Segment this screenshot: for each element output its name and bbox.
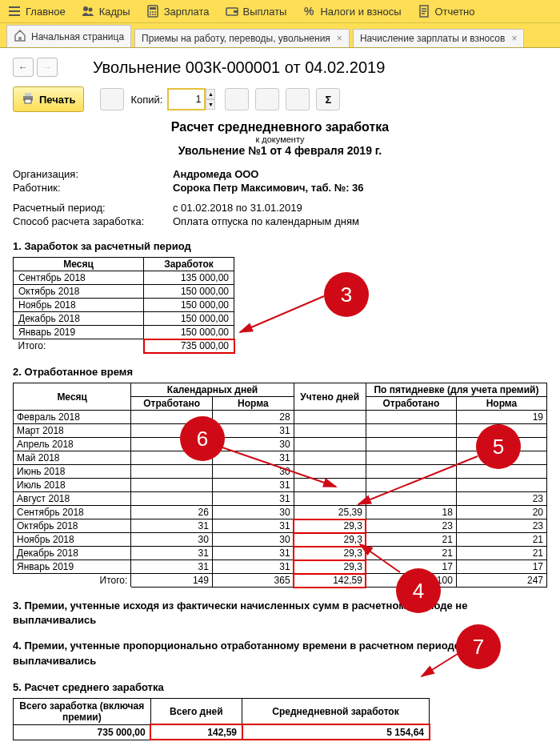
- table-row: Декабрь 2018150 000,00: [14, 312, 234, 326]
- nav-back-button[interactable]: ←: [13, 58, 34, 77]
- cell-5-norma: 21: [456, 533, 546, 547]
- cell-cal-norma: 31: [212, 547, 294, 560]
- arrow-right-icon: →: [42, 62, 52, 73]
- cell-total: 365: [212, 574, 294, 588]
- svg-rect-11: [234, 10, 238, 13]
- percent-icon: %: [302, 5, 315, 18]
- average-calc-table: Всего заработка (включая премии) Всего д…: [13, 698, 430, 740]
- cell-cal-norma: 28: [212, 411, 294, 424]
- svg-point-9: [154, 14, 156, 15]
- menu-main[interactable]: Главное: [0, 0, 74, 22]
- nav-row: ← → Увольнение 003К-000001 от 04.02.2019: [13, 58, 547, 77]
- preview-button[interactable]: [100, 88, 124, 110]
- tab-nachislenie[interactable]: Начисление зарплаты и взносов ×: [353, 29, 525, 47]
- table-row: Октябрь 2018150 000,00: [14, 285, 234, 299]
- copies-input[interactable]: [167, 88, 206, 110]
- table-row: Январь 2019150 000,00: [14, 326, 234, 339]
- menu-kadry[interactable]: Кадры: [74, 0, 138, 22]
- cell-total: 247: [456, 574, 546, 588]
- cell-month: Октябрь 2018: [14, 519, 131, 533]
- calc-icon: [146, 5, 159, 18]
- print-button[interactable]: Печать: [13, 86, 84, 112]
- cell-5-otrab: [366, 451, 456, 465]
- cell-cal-otrab: 30: [131, 533, 213, 547]
- svg-text:%: %: [304, 5, 314, 18]
- cell-total-label: Итого:: [14, 574, 131, 588]
- cell-5-otrab: [366, 465, 456, 479]
- wallet-icon: [226, 5, 238, 18]
- tab-close-icon[interactable]: ×: [511, 33, 517, 44]
- spinner-down[interactable]: ▼: [206, 99, 215, 110]
- section-3-text: 3. Премии, учтенные исходя из фактически…: [13, 599, 547, 628]
- cell-cal-norma: 31: [212, 451, 294, 465]
- nav-forward-button[interactable]: →: [37, 58, 58, 77]
- print-button-label: Печать: [39, 94, 75, 106]
- content-area: ← → Увольнение 003К-000001 от 04.02.2019…: [0, 48, 560, 746]
- menu-zarplata-label: Зарплата: [164, 6, 210, 18]
- cell-value: 135 000,00: [144, 271, 234, 285]
- menu-otchetno[interactable]: Отчетно: [410, 0, 483, 22]
- cell-month: Декабрь 2018: [14, 547, 131, 560]
- home-icon: [14, 29, 26, 44]
- cell-value: 150 000,00: [144, 326, 234, 339]
- tab-home[interactable]: Начальная страница: [6, 25, 131, 47]
- svg-rect-15: [25, 93, 31, 96]
- printer-icon: [22, 92, 34, 107]
- menu-nalogi[interactable]: % Налоги и взносы: [294, 0, 409, 22]
- meta-emp-label: Работник:: [13, 182, 173, 194]
- cell-value: 150 000,00: [144, 312, 234, 326]
- t2-th-uch: Учтено дней: [294, 383, 366, 411]
- meta-method-value: Оплата отпуска по календарным дням: [173, 215, 547, 227]
- callout-7: 7: [456, 624, 501, 669]
- cell-5-otrab: [366, 411, 456, 424]
- cell-cal-otrab: 26: [131, 506, 213, 519]
- cell-cal-norma: 31: [212, 479, 294, 492]
- earnings-table: МесяцЗаработок Сентябрь 2018135 000,00Ок…: [13, 257, 234, 353]
- cell-uchteno: 29,3: [294, 547, 366, 560]
- cell-month: Декабрь 2018: [14, 312, 144, 326]
- section-1-header: 1. Заработок за расчетный период: [13, 240, 547, 252]
- t3-v3: 5 154,64: [242, 724, 430, 740]
- tab-home-label: Начальная страница: [31, 31, 124, 42]
- menu-zarplata[interactable]: Зарплата: [138, 0, 218, 22]
- people-icon: [82, 5, 94, 18]
- cell-month: Март 2018: [14, 424, 131, 438]
- tab-priemy[interactable]: Приемы на работу, переводы, увольнения ×: [134, 29, 350, 47]
- svg-point-7: [150, 14, 151, 15]
- tab-bar: Начальная страница Приемы на работу, пер…: [0, 23, 560, 48]
- cell-uchteno: [294, 492, 366, 506]
- callout-4: 4: [396, 568, 441, 613]
- cell-5-otrab: 21: [366, 533, 456, 547]
- edit-button[interactable]: [225, 88, 249, 110]
- report-icon: [418, 5, 430, 18]
- mail-button[interactable]: [286, 88, 310, 110]
- callout-5: 5: [476, 424, 521, 469]
- cell-cal-norma: 31: [212, 519, 294, 533]
- sum-button[interactable]: Σ: [316, 88, 340, 110]
- svg-point-1: [88, 8, 92, 12]
- cell-month: Февраль 2018: [14, 411, 131, 424]
- section-5-header: 5. Расчет среднего заработка: [13, 681, 547, 693]
- cell-month: Октябрь 2018: [14, 285, 144, 299]
- cell-total-uchteno: 142,59: [294, 574, 366, 588]
- cell-5-norma: 21: [456, 547, 546, 560]
- cell-uchteno: [294, 451, 366, 465]
- spinner-up[interactable]: ▲: [206, 89, 215, 99]
- table-row: Август 20183123: [14, 492, 547, 506]
- cell-5-norma: 23: [456, 519, 546, 533]
- cell-cal-otrab: 31: [131, 560, 213, 574]
- tab-close-icon[interactable]: ×: [337, 33, 342, 44]
- t3-v2: 142,59: [150, 724, 242, 740]
- callout-6: 6: [180, 416, 225, 461]
- cell-uchteno: [294, 465, 366, 479]
- menu-otchetno-label: Отчетно: [435, 6, 475, 18]
- main-menubar: Главное Кадры Зарплата Выплаты % Налоги …: [0, 0, 560, 23]
- cell-total-label: Итого:: [14, 339, 144, 353]
- sigma-icon: Σ: [325, 94, 331, 106]
- save-button[interactable]: [255, 88, 279, 110]
- table-total-row: Итого:735 000,00: [14, 339, 234, 353]
- menu-vyplaty[interactable]: Выплаты: [218, 0, 295, 22]
- svg-point-8: [152, 14, 154, 15]
- cell-month: Ноябрь 2018: [14, 533, 131, 547]
- cell-month: Январь 2019: [14, 326, 144, 339]
